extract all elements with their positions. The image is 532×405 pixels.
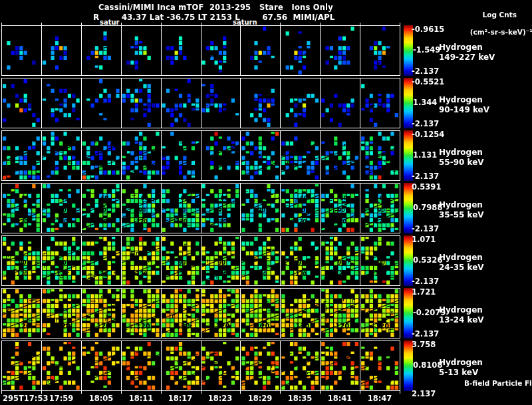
x-axis-tick-label: 18:23 [208, 394, 233, 403]
colorbar-max-label: -0.9615 [412, 25, 444, 34]
colorbar-max-label: -0.1254 [412, 130, 444, 139]
x-axis-tick-label: 18:17 [168, 394, 193, 403]
colorbar-max-label: 1.721 [412, 287, 436, 297]
colorbar-mid-label: 1.131 [413, 150, 437, 160]
species-label: Hydrogen [439, 305, 483, 315]
colorbar-max-label: 0.5391 [412, 182, 441, 192]
species-label: Hydrogen [439, 200, 483, 209]
colorbar-min-label: -2.137 [412, 224, 439, 233]
x-axis-tick-label: 18:05 [89, 394, 114, 403]
row-labels-35-55: 0.5391 0.7988 -2.137 Hydrogen 35-55 keV [0, 183, 532, 233]
bfield-particle-flow-note: B-field Particle Flow [464, 379, 532, 387]
colorbar-min-label: -2.137 [412, 329, 439, 338]
row-band-label: Hydrogen 35-55 keV [439, 200, 484, 220]
energy-label: 90-149 keV [439, 105, 489, 114]
row-labels-5-13: 3.758 0.8108 2.137 Hydrogen 5-13 keV [0, 340, 532, 391]
x-axis-tick-label: 18:35 [288, 394, 313, 403]
x-axis-tick-label: 18:47 [368, 394, 392, 403]
colorbar-max-label: 1.071 [412, 235, 436, 244]
page-title: Cassini/MIMI Inca mTOF 2013-295 Stare Io… [98, 3, 333, 12]
ephemeris-line: R 43.37 Lat -36.75 LT 2153 L 67.56 MIMI/… [93, 13, 334, 22]
species-label: Hydrogen [439, 253, 483, 262]
colorbar-min-label: 2.137 [412, 389, 436, 398]
log-cnts-text: Log Cnts [483, 11, 517, 19]
row-labels-24-35: 1.071 0.5326 -2.137 Hydrogen 24-35 keV [0, 235, 532, 286]
colorbar-max-label: 3.758 [412, 340, 436, 349]
energy-label: 55-90 keV [439, 158, 484, 167]
colorbar-mid-label: 1.344 [413, 98, 437, 107]
x-axis-tick-label: 18:41 [328, 394, 352, 403]
x-axis-tick-label: 17:59 [49, 394, 74, 403]
row-band-label: Hydrogen 90-149 keV [439, 95, 489, 115]
colorbar-max-label: -0.5521 [412, 77, 444, 86]
row-band-label: Hydrogen 5-13 keV [439, 358, 483, 378]
species-label: Hydrogen [439, 43, 483, 52]
colorbar-mid-label: 0.7988 [413, 203, 442, 212]
x-axis-tick-label: 18:11 [129, 394, 154, 403]
colorbar-mid-label: 0.8108 [413, 360, 442, 370]
row-labels-149-227: -0.9615 -1.549 -2.137 Hydrogen 149-227 k… [0, 25, 532, 76]
species-label: Hydrogen [439, 358, 483, 367]
row-band-label: Hydrogen 24-35 keV [439, 253, 484, 273]
colorbar-mid-label: 0.5326 [413, 255, 442, 265]
colorbar-min-label: -2.137 [412, 67, 439, 76]
inca-spectrogram-window: Cassini/MIMI Inca mTOF 2013-295 Stare Io… [0, 0, 532, 405]
energy-label: 24-35 keV [439, 263, 484, 272]
row-band-label: Hydrogen 149-227 keV [439, 43, 495, 63]
energy-label: 35-55 keV [439, 210, 484, 219]
species-label: Hydrogen [439, 148, 483, 157]
x-axis-tick-label: 295T17:53 [3, 394, 48, 403]
energy-label: 13-24 keV [439, 315, 484, 325]
row-band-label: Hydrogen 13-24 keV [439, 305, 484, 325]
row-labels-13-24: 1.721 -0.2079 -2.137 Hydrogen 13-24 keV [0, 288, 532, 338]
colorbar-min-label: -2.137 [412, 172, 439, 181]
species-label: Hydrogen [439, 95, 483, 104]
colorbar-mid-label: -1.549 [413, 45, 440, 55]
row-labels-90-149: -0.5521 1.344 -2.137 Hydrogen 90-149 keV [0, 78, 532, 128]
energy-label: 149-227 keV [439, 53, 495, 62]
colorbar-min-label: -2.137 [412, 119, 439, 128]
row-band-label: Hydrogen 55-90 keV [439, 148, 484, 168]
row-labels-55-90: -0.1254 1.131 -2.137 Hydrogen 55-90 keV [0, 130, 532, 181]
energy-label: 5-13 keV [439, 368, 478, 377]
colorbar-min-label: -2.137 [412, 277, 439, 286]
x-axis-tick-label: 18:29 [248, 394, 273, 403]
